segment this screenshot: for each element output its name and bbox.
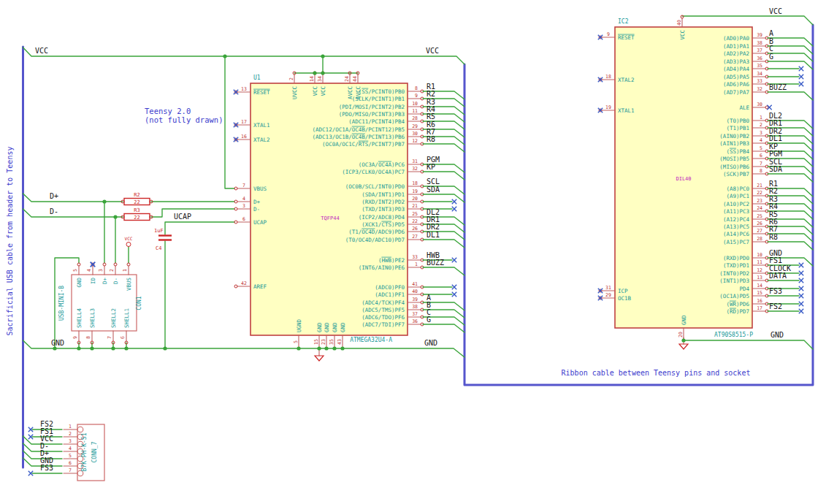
pin-name: (MOSI)PB5 (719, 156, 749, 162)
net-label[interactable]: R2 (427, 90, 435, 98)
pin-number: 16 (241, 134, 247, 140)
net-label[interactable]: GND (51, 339, 64, 347)
pin-number: 24 (344, 76, 350, 82)
pin-number: 31 (412, 159, 418, 164)
net-label[interactable]: GND (770, 331, 784, 339)
net-label[interactable]: SCL (427, 177, 440, 186)
pin-number: 38 (757, 40, 762, 46)
net-label[interactable]: R2 (769, 187, 778, 195)
pin-number: 36 (757, 56, 762, 61)
net-label[interactable]: FS2 (769, 302, 782, 310)
net-label[interactable]: R5 (427, 112, 435, 121)
net-label[interactable]: G (427, 316, 431, 324)
pin-name: UVCC (291, 86, 298, 99)
net-label[interactable]: R8 (427, 135, 435, 143)
wire-junction (297, 346, 300, 350)
net-label[interactable]: R4 (769, 202, 778, 210)
conn7-value: B7K-PH-K-S1 (81, 432, 88, 471)
net-label[interactable]: DL1 (769, 134, 782, 142)
capacitor-value: 1uF (154, 228, 164, 234)
pin-number: 25 (757, 213, 762, 219)
net-label[interactable]: DL1 (427, 231, 440, 239)
pin-number: 1 (69, 424, 72, 429)
resistor-reference: R3 (134, 207, 139, 213)
note-teensy-line1[interactable]: Teensy 2.0 (145, 107, 191, 115)
net-label[interactable]: VCC (769, 7, 782, 15)
pin-number: 3 (98, 269, 104, 272)
net-label[interactable]: BUZZ (427, 259, 444, 267)
pin-number: 36 (412, 318, 418, 324)
pin-number: 44 (352, 76, 358, 82)
net-label[interactable]: GND (424, 339, 437, 347)
net-label[interactable]: VCC (35, 47, 48, 55)
net-label[interactable]: R8 (769, 233, 778, 241)
pin-name: (ICP3/CLK0/OC4A)PC7 (342, 169, 405, 175)
pin-name: XTAL2 (253, 137, 270, 143)
net-label[interactable]: G (769, 53, 773, 61)
wire-junction (163, 346, 167, 350)
pin-number: 17 (757, 305, 762, 311)
net-label[interactable]: KP (427, 163, 435, 171)
pin-name: ICP (618, 288, 628, 294)
pin-name: ALE (739, 104, 749, 111)
pin-name: GND (76, 278, 83, 288)
pin-name: (SCK)PB7 (723, 171, 749, 177)
wire-junction (321, 71, 324, 75)
pin-name: (T0)PB0 (726, 118, 749, 124)
pin-number: 7 (69, 467, 72, 473)
net-label[interactable]: VCC (426, 47, 439, 55)
pin-number: 30 (757, 102, 762, 107)
note-left-cable[interactable]: Sacrificial USB cable from header to Tee… (6, 147, 14, 336)
schematic-canvas: U1ATMEGA32U4-ATQFP4413RESET17XTAL116XTAL… (0, 0, 826, 504)
note-teensy-line2[interactable]: (not fully drawn) (145, 115, 223, 124)
net-label[interactable]: A (769, 29, 773, 37)
pin-name: (ADC13/OC1B/OC4B/PCINT13)PB6 (313, 134, 405, 140)
pin-name: (A12)PC4 (723, 216, 750, 223)
pin-name: VCC (679, 30, 686, 40)
net-label[interactable]: BUZZ (769, 83, 787, 91)
pin-name: (AD2)PA2 (723, 50, 749, 57)
pin-number: 9 (415, 93, 418, 99)
net-label[interactable]: D- (50, 207, 58, 215)
net-label[interactable]: FS3 (769, 287, 782, 295)
note-ribbon-cable[interactable]: Ribbon cable between Teensy pins and soc… (562, 369, 751, 377)
net-label[interactable]: SDA (769, 165, 782, 173)
pin-number: 39 (757, 32, 762, 38)
net-label[interactable]: PGM (769, 150, 782, 158)
net-label[interactable]: FS3 (40, 464, 53, 472)
pin-number: 4 (242, 196, 245, 202)
pin-number: 27 (412, 234, 418, 240)
pin-name: (AD7)PA7 (723, 89, 749, 96)
pin-name: AREF (253, 283, 267, 290)
net-label[interactable]: UCAP (174, 213, 191, 221)
net-label[interactable]: D+ (50, 192, 58, 200)
net-label[interactable]: R7 (769, 225, 778, 233)
pin-number: 4 (69, 446, 72, 451)
capacitor-reference: C4 (156, 245, 161, 251)
pin-name: (AD6)PA6 (723, 81, 750, 88)
net-label[interactable]: FS1 (769, 256, 782, 264)
net-label[interactable]: DATA (769, 272, 787, 280)
net-label[interactable]: C (769, 45, 773, 53)
pin-number: 22 (412, 218, 418, 224)
pin-name: (AD4)PA4 (723, 66, 750, 72)
net-label[interactable]: DR1 (769, 119, 782, 127)
pin-name: (ADC5/TMS)PF5 (362, 307, 405, 313)
pin-name: (TXD/INT3)PD3 (362, 206, 405, 213)
wire-junction (113, 215, 117, 218)
pin-number: 14 (757, 283, 762, 289)
pin-number: 2 (109, 269, 115, 272)
pin-name: RESET (253, 89, 270, 96)
pin-name: UGND (296, 318, 302, 332)
pin-number: 29 (412, 123, 418, 129)
net-label[interactable]: DR2 (427, 223, 440, 231)
pin-name: (AD5)PA5 (723, 74, 749, 80)
net-label[interactable]: SDA (427, 186, 440, 194)
pin-name: (OC3A/OC4A)PC6 (359, 161, 405, 168)
pin-number: 18 (605, 74, 611, 80)
pin-name: (WR)PD6 (726, 301, 749, 308)
pin-name: (A8)PC0 (726, 186, 749, 192)
pin-number: 40 (676, 20, 682, 26)
u1-chip[interactable]: U1ATMEGA32U4-ATQFP4413RESET17XTAL116XTAL… (234, 72, 464, 347)
pin-number: 1 (760, 115, 762, 121)
